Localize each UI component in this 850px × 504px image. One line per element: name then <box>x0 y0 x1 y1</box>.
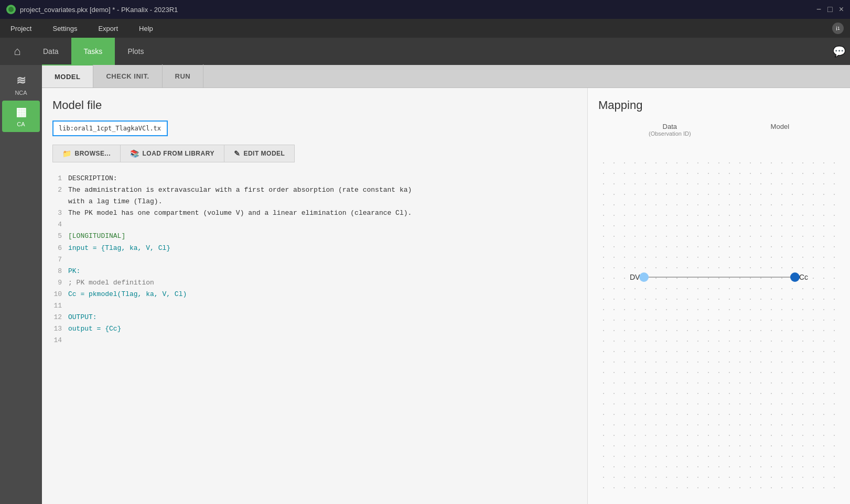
code-line-2: 2 The administration is extravascular wi… <box>52 184 577 196</box>
code-line-4: 4 <box>52 219 577 231</box>
browse-button[interactable]: 📁 BROWSE... <box>52 145 120 162</box>
nca-icon: ≋ <box>16 74 26 87</box>
menu-settings[interactable]: Settings <box>48 23 81 35</box>
menu-help[interactable]: Help <box>135 23 157 35</box>
library-icon: 📚 <box>130 149 139 158</box>
menu-right: i 1 <box>832 23 844 34</box>
code-line-11: 11 <box>52 300 577 312</box>
conn-dot-right <box>790 272 800 282</box>
browse-icon: 📁 <box>62 149 72 158</box>
info-badge[interactable]: i 1 <box>832 23 844 34</box>
model-panel-title: Model file <box>52 98 577 112</box>
load-library-button[interactable]: 📚 LOAD FROM LIBRARY <box>120 145 224 162</box>
top-nav: ⌂ Data Tasks Plots 💬 <box>0 38 850 65</box>
code-line-10: 10 Cc = pkmodel(Tlag, ka, V, Cl) <box>52 289 577 300</box>
edit-icon: ✎ <box>234 149 241 158</box>
home-button[interactable]: ⌂ <box>4 38 30 65</box>
menu-export[interactable]: Export <box>94 23 122 35</box>
subtab-model[interactable]: MODEL <box>42 64 93 87</box>
subtab-check-init[interactable]: CHECK INIT. <box>93 64 162 87</box>
code-line-8: 8 PK: <box>52 266 577 277</box>
model-col-label: Model <box>771 123 789 137</box>
title-bar: project_covariates.pkx [demo] * - PKanal… <box>0 0 850 19</box>
ca-icon: ▦ <box>16 105 27 119</box>
code-line-14: 14 <box>52 335 577 346</box>
title-bar-text: project_covariates.pkx [demo] * - PKanal… <box>20 6 178 14</box>
sidebar-item-nca-label: NCA <box>15 90 27 96</box>
mapping-panel: Mapping Data (Observation ID) Model DV <box>588 88 850 504</box>
mapping-title: Mapping <box>598 98 642 112</box>
app-icon <box>6 5 16 14</box>
code-line-3: 3 The PK model has one compartment (volu… <box>52 207 577 219</box>
conn-dot-left <box>639 272 649 282</box>
chat-button[interactable]: 💬 <box>833 45 846 58</box>
chat-icon: 💬 <box>833 46 846 57</box>
toolbar: 📁 BROWSE... 📚 LOAD FROM LIBRARY ✎ EDIT M… <box>52 145 577 162</box>
code-area: 1 DESCRIPTION: 2 The administration is e… <box>52 173 577 494</box>
edit-model-button[interactable]: ✎ EDIT MODEL <box>224 145 295 162</box>
menu-project[interactable]: Project <box>6 23 36 35</box>
browse-label: BROWSE... <box>75 150 111 157</box>
connection-line[interactable] <box>644 277 794 278</box>
sidebar-item-ca-label: CA <box>17 121 25 127</box>
sidebar: ≋ NCA ▦ CA <box>0 65 42 504</box>
edit-label: EDIT MODEL <box>243 150 285 157</box>
connection-row: DV Cc <box>598 273 840 281</box>
cc-label: Cc <box>799 273 808 281</box>
main-content: MODEL CHECK INIT. RUN Model file 📁 BROWS… <box>42 65 850 504</box>
sub-tabs: MODEL CHECK INIT. RUN <box>42 65 850 88</box>
code-line-6: 6 input = {Tlag, ka, V, Cl} <box>52 243 577 254</box>
tab-tasks[interactable]: Tasks <box>71 38 115 65</box>
code-line-2b: with a lag time (Tlag). <box>52 196 577 207</box>
code-line-1: 1 DESCRIPTION: <box>52 173 577 184</box>
maximize-button[interactable]: □ <box>827 5 833 14</box>
menu-bar: Project Settings Export Help i 1 <box>0 19 850 38</box>
dv-label: DV <box>630 273 640 281</box>
app-body: ≋ NCA ▦ CA MODEL CHECK INIT. RUN Model f… <box>0 65 850 504</box>
subtab-run[interactable]: RUN <box>163 64 204 87</box>
mapping-header: Data (Observation ID) Model <box>598 123 840 137</box>
load-label: LOAD FROM LIBRARY <box>143 150 214 157</box>
model-panel: Model file 📁 BROWSE... 📚 LOAD FROM LIBRA… <box>42 88 588 504</box>
code-line-12: 12 OUTPUT: <box>52 312 577 323</box>
content-area: Model file 📁 BROWSE... 📚 LOAD FROM LIBRA… <box>42 88 850 504</box>
home-icon: ⌂ <box>14 45 20 58</box>
code-line-13: 13 output = {Cc} <box>52 323 577 335</box>
data-col-label: Data (Observation ID) <box>649 123 691 137</box>
sidebar-item-nca[interactable]: ≋ NCA <box>2 69 40 101</box>
sidebar-item-ca[interactable]: ▦ CA <box>2 101 40 132</box>
code-line-7: 7 <box>52 254 577 266</box>
close-button[interactable]: × <box>839 5 844 14</box>
file-input-row <box>52 120 577 136</box>
minimize-button[interactable]: − <box>816 5 821 14</box>
tab-data[interactable]: Data <box>30 38 71 65</box>
mapping-body: DV Cc <box>598 158 840 494</box>
model-file-input[interactable] <box>52 120 168 136</box>
nav-tabs: Data Tasks Plots <box>30 38 157 65</box>
title-bar-controls[interactable]: − □ × <box>816 5 844 14</box>
code-line-9: 9 ; PK model definition <box>52 277 577 289</box>
title-bar-left: project_covariates.pkx [demo] * - PKanal… <box>6 5 178 14</box>
tab-plots[interactable]: Plots <box>115 38 156 65</box>
code-line-5: 5 [LONGITUDINAL] <box>52 231 577 242</box>
